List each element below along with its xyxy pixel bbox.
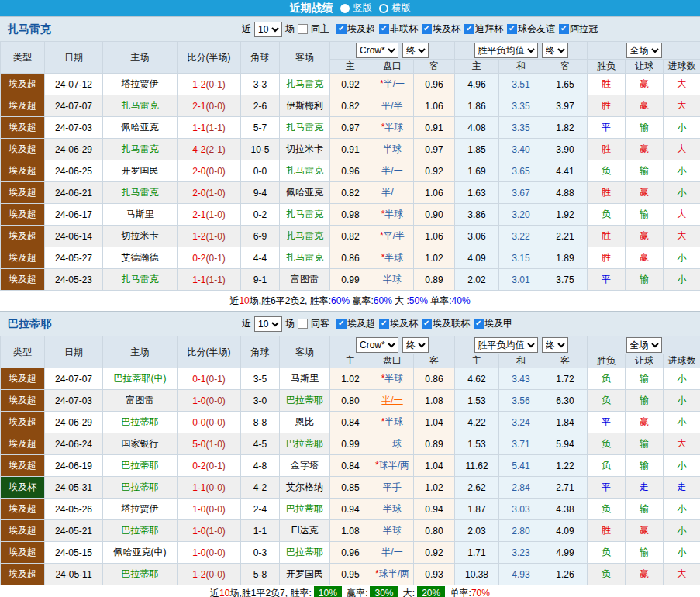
cell-spread-result: 输 (626, 160, 664, 182)
cell-date: 24-05-26 (45, 499, 103, 520)
cell-asian-home-odds: 0.96 (330, 542, 371, 564)
cell-home-team: 巴拉蒂耶 (103, 520, 178, 542)
horizontal-radio[interactable] (379, 4, 388, 13)
cell-corners: 2-4 (241, 499, 280, 520)
cell-goals-result: 小 (664, 368, 700, 390)
col-score: 比分(半场) (178, 42, 241, 74)
final-euro-select-2[interactable]: 终 (542, 337, 568, 353)
cell-home-team: 塔拉贾伊 (103, 74, 178, 95)
cell-date: 24-06-25 (45, 160, 103, 182)
league-checkbox[interactable] (474, 319, 484, 329)
euro-odds-group: 胜平负均值 终 (455, 42, 588, 60)
cell-spread-result: 输 (626, 455, 664, 477)
cell-home-team: 国家银行 (103, 433, 178, 455)
cell-asian-away-odds: 0.89 (414, 433, 455, 455)
col-asian-away: 客 (414, 354, 455, 368)
cell-asian-home-odds: 0.98 (330, 204, 371, 226)
summary-badge: 20% (417, 586, 445, 597)
summary-text: 近 (210, 588, 219, 597)
league-checkbox[interactable] (422, 24, 432, 34)
cell-home-team: 佩哈亚克 (103, 117, 178, 139)
cell-spread-result: 赢 (626, 74, 664, 95)
league-checkbox[interactable] (559, 24, 569, 34)
league-checkbox[interactable] (379, 24, 389, 34)
cell-euro-away-odds: 2.71 (543, 477, 588, 499)
cell-result: 负 (588, 499, 626, 520)
cell-score: 1-1(0-0) (178, 477, 241, 499)
cell-handicap: *半球 (371, 412, 414, 433)
same-venue-checkbox[interactable] (298, 24, 308, 34)
col-asian-away: 客 (414, 60, 455, 74)
cell-handicap: *半球 (371, 368, 414, 390)
league-checkbox[interactable] (464, 24, 474, 34)
cell-euro-away-odds: 1.84 (543, 412, 588, 433)
cell-euro-home-odds: 1.53 (455, 433, 499, 455)
cell-corners: 0-2 (241, 204, 280, 226)
summary-text: 60% (374, 295, 392, 306)
match-row: 埃及超24-05-23扎马雷克1-1(1-1)9-1富图雷0.99半球0.892… (1, 269, 700, 291)
cell-handicap: 一球 (371, 433, 414, 455)
euro-avg-select-2[interactable]: 胜平负均值 (474, 337, 538, 353)
cell-asian-away-odds: 0.93 (414, 564, 455, 585)
league-checkbox-list-2: 埃及超埃及杯埃及联杯埃及甲 (333, 317, 512, 331)
cell-asian-away-odds: 1.08 (414, 390, 455, 412)
euro-avg-select[interactable]: 胜平负均值 (474, 43, 538, 58)
cell-asian-home-odds: 0.82 (330, 226, 371, 247)
match-row: 埃及超24-05-11巴拉蒂耶1-2(0-0)5-8开罗国民0.95*球半/两0… (1, 564, 700, 585)
cell-away-team: 扎马雷克 (280, 226, 330, 247)
league-checkbox[interactable] (507, 24, 517, 34)
cell-goals-result: 小 (664, 117, 700, 139)
cell-handicap: 半球 (371, 139, 414, 160)
match-row: 埃及超24-07-07巴拉蒂耶(中)0-1(0-1)3-5马斯里1.02*半球0… (1, 368, 700, 390)
cell-goals-result: 小 (664, 542, 700, 564)
cell-league: 埃及超 (1, 160, 45, 182)
title-bar: 近期战绩 竖版 横版 (0, 0, 700, 16)
scope-select[interactable]: 全场 (626, 43, 662, 58)
cell-euro-away-odds: 5.94 (543, 433, 588, 455)
col-corner: 角球 (241, 336, 280, 368)
cell-euro-draw-odds: 3.22 (499, 226, 543, 247)
cell-league: 埃及超 (1, 433, 45, 455)
final-odds-select[interactable]: 终 (402, 43, 429, 58)
match-count-select[interactable]: 10 (254, 22, 282, 37)
cell-handicap: 平/半 (371, 95, 414, 117)
summary-text: 40% (452, 295, 471, 306)
scope-select-2[interactable]: 全场 (626, 337, 662, 353)
cell-away-team: 开罗国民 (280, 564, 330, 585)
league-checkbox[interactable] (336, 319, 347, 329)
col-date: 日期 (45, 42, 103, 74)
odds-company-select[interactable]: Crow* (356, 43, 398, 58)
cell-euro-away-odds: 4.41 (543, 160, 588, 182)
vertical-radio-label[interactable]: 竖版 (353, 2, 372, 15)
cell-away-team: 金字塔 (280, 455, 330, 477)
cell-corners: 2-6 (241, 95, 280, 117)
final-odds-select-2[interactable]: 终 (402, 337, 429, 353)
cell-handicap: 半/一 (371, 390, 414, 412)
cell-league: 埃及超 (1, 117, 45, 139)
match-row: 埃及超24-07-12塔拉贾伊1-2(0-1)3-3扎马雷克0.92*半/一0.… (1, 74, 700, 95)
cell-corners: 0-3 (241, 542, 280, 564)
final-euro-select[interactable]: 终 (542, 43, 568, 58)
vertical-radio[interactable] (340, 4, 350, 13)
cell-euro-away-odds: 1.92 (543, 204, 588, 226)
cell-euro-away-odds: 3.75 (543, 269, 588, 291)
cell-corners: 1-1 (241, 520, 280, 542)
odds-company-select-2[interactable]: Crow* (356, 337, 398, 353)
cell-spread-result: 走 (626, 477, 664, 499)
cell-home-team: 巴拉蒂耶 (103, 455, 178, 477)
cell-home-team: 扎马雷克 (103, 139, 178, 160)
col-type: 类型 (1, 336, 45, 368)
cell-asian-home-odds: 0.82 (330, 95, 371, 117)
col-home: 主场 (103, 336, 178, 368)
cell-asian-home-odds: 0.96 (330, 160, 371, 182)
league-checkbox[interactable] (336, 24, 347, 34)
horizontal-radio-label[interactable]: 横版 (392, 2, 411, 15)
same-venue-checkbox-2[interactable] (298, 319, 308, 329)
cell-asian-home-odds: 0.80 (330, 390, 371, 412)
cell-league: 埃及超 (1, 139, 45, 160)
match-count-select-2[interactable]: 10 (254, 316, 282, 332)
summary-text: 10 (239, 295, 249, 306)
league-checkbox[interactable] (422, 319, 432, 329)
league-checkbox[interactable] (379, 319, 389, 329)
cell-league: 埃及超 (1, 95, 45, 117)
